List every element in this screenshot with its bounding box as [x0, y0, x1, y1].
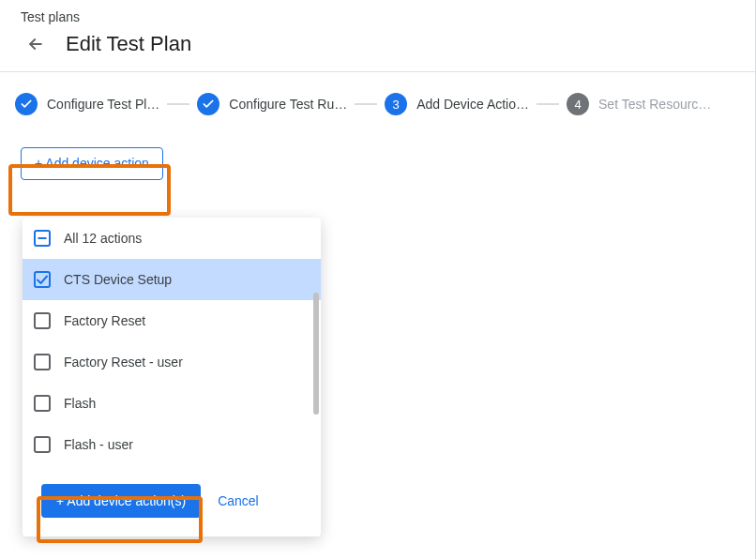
- checkbox-unchecked-icon: [34, 354, 51, 370]
- list-item-label: Flash: [64, 396, 96, 411]
- list-item[interactable]: Flash: [23, 383, 321, 424]
- svg-rect-3: [35, 313, 50, 328]
- list-item-label: Flash - user: [64, 437, 133, 452]
- step-number: 4: [567, 93, 589, 115]
- step-label: Configure Test Ru…: [229, 97, 347, 112]
- device-action-list: All 12 actions CTS Device Setup Factory …: [23, 218, 321, 465]
- checkbox-unchecked-icon: [34, 395, 51, 412]
- list-item[interactable]: Flash - user: [23, 424, 321, 465]
- svg-rect-6: [35, 437, 50, 452]
- popup-footer: + Add device action(s) Cancel: [23, 465, 321, 536]
- page-header: Test plans Edit Test Plan: [0, 0, 756, 72]
- list-item[interactable]: Factory Reset: [23, 300, 321, 341]
- step-configure-test-run[interactable]: Configure Test Ru…: [197, 93, 347, 115]
- select-all-label: All 12 actions: [64, 231, 142, 246]
- checkbox-unchecked-icon: [34, 436, 51, 453]
- step-add-device-actions[interactable]: 3 Add Device Actio…: [385, 93, 529, 115]
- step-number: 3: [385, 93, 407, 115]
- stepper: Configure Test Pl… Configure Test Ru… 3 …: [0, 72, 756, 115]
- back-arrow-icon[interactable]: [24, 33, 47, 55]
- step-label: Add Device Actio…: [416, 97, 529, 112]
- list-item[interactable]: CTS Device Setup: [23, 259, 321, 300]
- step-connector: [537, 103, 559, 105]
- scrollbar-thumb[interactable]: [313, 293, 319, 415]
- checkbox-indeterminate-icon: [34, 230, 51, 247]
- step-label: Configure Test Pl…: [47, 97, 159, 112]
- checkbox-unchecked-icon: [34, 312, 51, 329]
- step-connector: [355, 103, 377, 105]
- svg-rect-5: [35, 396, 50, 411]
- cancel-button[interactable]: Cancel: [218, 493, 259, 508]
- list-item-label: CTS Device Setup: [64, 272, 172, 287]
- step-configure-test-plan[interactable]: Configure Test Pl…: [15, 93, 159, 115]
- device-action-picker: All 12 actions CTS Device Setup Factory …: [23, 218, 321, 536]
- list-item[interactable]: Factory Reset - user: [23, 341, 321, 383]
- list-item-label: Factory Reset: [64, 313, 145, 328]
- page-title: Edit Test Plan: [66, 32, 191, 56]
- select-all-row[interactable]: All 12 actions: [23, 218, 321, 259]
- check-icon: [15, 93, 38, 115]
- list-item-label: Factory Reset - user: [64, 355, 183, 370]
- check-icon: [197, 93, 219, 115]
- checkbox-checked-icon: [34, 271, 51, 288]
- svg-rect-1: [38, 237, 47, 239]
- step-connector: [167, 103, 189, 105]
- add-device-action-button[interactable]: + Add device action: [21, 147, 163, 180]
- step-set-test-resources: 4 Set Test Resourc…: [567, 93, 711, 115]
- step-label: Set Test Resourc…: [598, 97, 711, 112]
- breadcrumb[interactable]: Test plans: [19, 9, 737, 24]
- svg-rect-4: [35, 355, 50, 370]
- add-device-actions-confirm-button[interactable]: + Add device action(s): [41, 484, 201, 518]
